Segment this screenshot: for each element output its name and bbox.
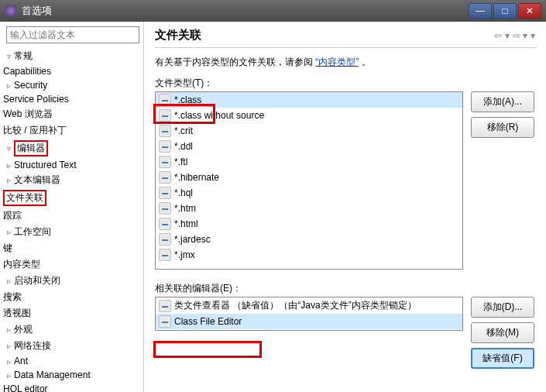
tree-capabilities[interactable]: Capabilities: [3, 66, 51, 77]
default-editor-button[interactable]: 缺省值(F): [471, 348, 534, 369]
tree-startup-shutdown[interactable]: 启动和关闭: [14, 274, 60, 287]
list-item[interactable]: *.ddl: [156, 139, 462, 154]
collapse-icon[interactable]: ▿: [3, 144, 14, 153]
tree-text-editors[interactable]: 文本编辑器: [14, 174, 60, 187]
tree-structured-text[interactable]: Structured Text: [14, 160, 76, 170]
expand-icon[interactable]: ▹: [3, 342, 14, 350]
tree-perspectives[interactable]: 透视图: [3, 307, 31, 320]
add-filetype-button[interactable]: 添加(A)...: [471, 91, 534, 112]
expand-icon[interactable]: ▹: [3, 161, 14, 170]
list-item[interactable]: *.crit: [156, 123, 462, 139]
file-types-label: 文件类型(T)：: [155, 77, 537, 90]
tree-content-types[interactable]: 内容类型: [3, 258, 40, 271]
tree-editors[interactable]: 编辑器: [14, 140, 48, 156]
list-item[interactable]: Class File Editor: [156, 314, 462, 329]
tree-general[interactable]: 常规: [14, 50, 33, 63]
file-icon: [159, 233, 171, 246]
expand-icon[interactable]: ▹: [3, 357, 14, 366]
associated-editors-label: 相关联的编辑器(E)：: [155, 282, 537, 295]
list-item[interactable]: 类文件查看器 （缺省值）（由“Java类文件”内容类型锁定）: [156, 297, 462, 314]
expand-icon[interactable]: ▹: [3, 325, 14, 334]
eclipse-icon: [5, 5, 17, 17]
file-icon: [159, 156, 171, 168]
preference-tree[interactable]: ▿常规 Capabilities ▹Security Service Polic…: [3, 48, 142, 392]
expand-icon[interactable]: ▹: [3, 371, 14, 380]
expand-icon[interactable]: ▹: [3, 81, 14, 90]
file-icon: [159, 187, 171, 199]
description: 有关基于内容类型的文件关联，请参阅 “内容类型” 。: [155, 56, 537, 69]
tree-security[interactable]: Security: [14, 80, 47, 91]
close-button[interactable]: ✕: [518, 3, 541, 19]
list-item[interactable]: *.class without source: [156, 108, 462, 123]
remove-filetype-button[interactable]: 移除(R): [471, 117, 534, 138]
file-icon: [159, 202, 171, 215]
expand-icon[interactable]: ▹: [3, 228, 14, 236]
minimize-button[interactable]: —: [469, 3, 492, 19]
file-icon: [159, 171, 171, 184]
list-item[interactable]: *.class: [156, 92, 462, 108]
expand-icon[interactable]: ▹: [3, 277, 14, 285]
list-item[interactable]: *.jmx: [156, 247, 462, 263]
list-item[interactable]: *.hibernate: [156, 170, 462, 185]
tree-web-browser[interactable]: Web 浏览器: [3, 108, 53, 121]
list-item[interactable]: *.ftl: [156, 154, 462, 170]
window-title: 首选项: [22, 4, 467, 18]
expand-icon[interactable]: ▹: [3, 176, 14, 184]
nav-arrows[interactable]: ⇦ ▾⇨ ▾▾: [493, 30, 537, 41]
add-editor-button[interactable]: 添加(D)...: [471, 297, 534, 318]
file-types-list[interactable]: *.class *.class without source *.crit *.…: [155, 91, 463, 270]
editor-icon: [159, 300, 171, 312]
list-item[interactable]: *.hql: [156, 185, 462, 201]
tree-workspace[interactable]: 工作空间: [14, 225, 51, 239]
associated-editors-list[interactable]: 类文件查看器 （缺省值）（由“Java类文件”内容类型锁定） Class Fil…: [155, 297, 463, 331]
tree-service-policies[interactable]: Service Policies: [3, 94, 69, 105]
file-icon: [159, 125, 171, 137]
tree-hql-editor[interactable]: HQL editor: [3, 383, 48, 392]
tree-search[interactable]: 搜索: [3, 291, 22, 304]
list-item[interactable]: *.jardesc: [156, 232, 462, 247]
tree-ant[interactable]: Ant: [14, 356, 28, 366]
file-icon: [159, 140, 171, 153]
tree-appearance[interactable]: 外观: [14, 323, 33, 336]
window-titlebar: 首选项 — □ ✕: [0, 0, 546, 22]
preference-tree-panel: ▿常规 Capabilities ▹Security Service Polic…: [0, 22, 144, 392]
file-icon: [159, 218, 171, 230]
file-icon: [159, 109, 171, 122]
page-title: 文件关联: [155, 28, 493, 43]
maximize-button[interactable]: □: [493, 3, 517, 19]
content-types-link[interactable]: “内容类型”: [315, 57, 359, 67]
collapse-icon[interactable]: ▿: [3, 52, 14, 60]
main-panel: 文件关联 ⇦ ▾⇨ ▾▾ 有关基于内容类型的文件关联，请参阅 “内容类型” 。 …: [144, 22, 546, 392]
file-icon: [159, 94, 171, 106]
remove-editor-button[interactable]: 移除(M): [471, 322, 534, 343]
tree-compare-patch[interactable]: 比较 / 应用补丁: [3, 124, 67, 137]
list-item[interactable]: *.html: [156, 216, 462, 232]
tree-file-associations[interactable]: 文件关联: [3, 190, 46, 206]
tree-keys[interactable]: 键: [3, 242, 12, 255]
file-icon: [159, 249, 171, 261]
tree-tracing[interactable]: 跟踪: [3, 209, 22, 222]
tree-network[interactable]: 网络连接: [14, 339, 51, 352]
filter-input[interactable]: [6, 26, 139, 43]
tree-data-management[interactable]: Data Management: [14, 370, 91, 380]
list-item[interactable]: *.htm: [156, 201, 462, 216]
editor-icon: [159, 315, 171, 328]
